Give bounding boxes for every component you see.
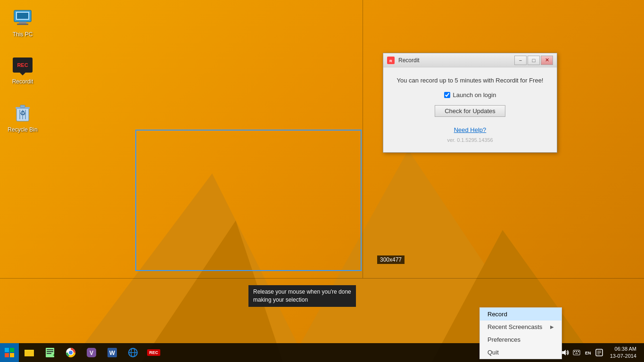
svg-rect-21 xyxy=(47,353,51,354)
svg-rect-40 xyxy=(575,353,578,354)
this-pc-icon xyxy=(11,7,34,29)
svg-point-24 xyxy=(69,351,73,354)
horizontal-divider xyxy=(0,278,644,279)
recordit-icon: REC xyxy=(11,54,34,76)
window-titlebar: R Recordit − □ ✕ xyxy=(383,53,557,67)
recycle-bin-icon: ♻ xyxy=(11,102,34,124)
check-updates-button[interactable]: Check for Updates xyxy=(435,105,505,117)
svg-text:W: W xyxy=(109,349,116,356)
taskbar-chrome[interactable] xyxy=(60,343,81,362)
taskbar-icons: + V xyxy=(19,343,546,362)
taskbar-viber[interactable]: V xyxy=(81,343,102,362)
submenu-arrow-icon: ▶ xyxy=(550,324,554,329)
window-content: You can record up to 5 minutes with Reco… xyxy=(383,67,557,152)
svg-rect-37 xyxy=(574,351,575,352)
svg-rect-16 xyxy=(25,351,34,356)
clock-date: 13-07-2014 xyxy=(610,353,636,360)
context-menu-item-record[interactable]: Record xyxy=(480,308,561,321)
window-message: You can record up to 5 minutes with Reco… xyxy=(393,77,547,84)
selection-tooltip: Release your mouse when you're done maki… xyxy=(248,285,356,307)
windows-logo-icon xyxy=(5,348,14,357)
svg-text:EN: EN xyxy=(585,351,591,355)
keyboard-icon[interactable] xyxy=(572,348,581,357)
svg-rect-3 xyxy=(17,24,28,25)
svg-rect-5 xyxy=(17,13,28,19)
tooltip-line1: Release your mouse when you're done xyxy=(253,288,351,296)
context-menu-item-preferences[interactable]: Preferences xyxy=(480,333,561,346)
context-menu-item-quit[interactable]: Quit xyxy=(480,346,561,359)
selection-rectangle xyxy=(135,130,362,271)
minimize-button[interactable]: − xyxy=(514,56,527,65)
window-controls: − □ ✕ xyxy=(514,56,553,65)
context-menu-recent-label: Recent Screencasts xyxy=(487,323,542,330)
svg-marker-35 xyxy=(562,350,566,355)
taskbar-file-explorer[interactable] xyxy=(19,343,40,362)
svg-text:+: + xyxy=(53,353,55,357)
recordit-window: R Recordit − □ ✕ You can record up to 5 … xyxy=(383,53,557,153)
taskbar-recordit[interactable]: REC xyxy=(143,343,164,362)
volume-icon[interactable] xyxy=(561,348,570,357)
launch-on-login-row: Launch on login xyxy=(393,91,547,99)
dimension-label: 300x477 xyxy=(377,255,405,264)
taskbar-network[interactable] xyxy=(123,343,143,362)
this-pc-label: This PC xyxy=(13,31,33,38)
svg-rect-17 xyxy=(25,350,28,351)
taskbar-word[interactable]: W xyxy=(102,343,123,362)
desktop-icon-this-pc[interactable]: This PC xyxy=(4,5,41,40)
svg-rect-39 xyxy=(578,351,579,352)
svg-rect-38 xyxy=(576,351,577,352)
svg-text:R: R xyxy=(389,59,392,63)
svg-rect-2 xyxy=(19,22,26,24)
version-text: ver. 0.1.5295.14356 xyxy=(393,137,547,143)
taskbar-notepad[interactable]: + xyxy=(40,343,60,362)
clock-time: 06:38 AM xyxy=(610,346,636,353)
notification-icon[interactable] xyxy=(595,348,603,357)
recordit-title-icon: R xyxy=(387,57,395,64)
close-button[interactable]: ✕ xyxy=(541,56,553,65)
svg-rect-8 xyxy=(20,105,25,107)
context-menu-record-label: Record xyxy=(487,311,507,318)
svg-text:V: V xyxy=(90,350,93,356)
desktop-icon-recycle-bin[interactable]: ♻ Recycle Bin xyxy=(4,100,41,135)
recordit-label: Recordit xyxy=(12,78,33,85)
context-menu-preferences-label: Preferences xyxy=(487,336,520,343)
svg-text:♻: ♻ xyxy=(20,109,26,117)
context-menu: Record Recent Screencasts ▶ Preferences … xyxy=(479,307,562,359)
svg-rect-20 xyxy=(47,351,53,352)
desktop: This PC REC Recordit ♻ Recycle Bin xyxy=(0,0,644,362)
desktop-icon-recordit[interactable]: REC Recordit xyxy=(4,52,41,87)
vertical-divider xyxy=(363,0,363,278)
svg-rect-19 xyxy=(47,349,53,350)
tooltip-line2: making your selection xyxy=(253,296,351,304)
start-button[interactable] xyxy=(0,343,19,362)
system-clock[interactable]: 06:38 AM 13-07-2014 xyxy=(606,346,640,360)
svg-rect-36 xyxy=(573,350,580,355)
need-help-link[interactable]: Need Help? xyxy=(393,126,547,133)
launch-on-login-checkbox[interactable] xyxy=(444,92,450,98)
context-menu-quit-label: Quit xyxy=(487,349,499,356)
language-icon[interactable]: EN xyxy=(584,348,592,357)
context-menu-item-recent-screencasts[interactable]: Recent Screencasts ▶ xyxy=(480,321,561,333)
recycle-bin-label: Recycle Bin xyxy=(8,126,37,133)
maximize-button[interactable]: □ xyxy=(528,56,540,65)
window-title-text: Recordit xyxy=(398,57,514,64)
launch-on-login-label[interactable]: Launch on login xyxy=(453,91,496,99)
